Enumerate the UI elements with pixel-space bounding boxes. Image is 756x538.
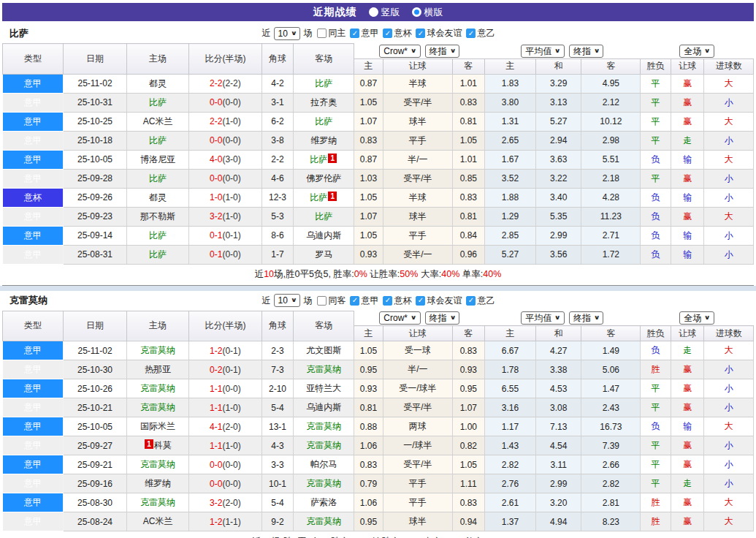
league-filter-checkbox[interactable]: ✓球会友谊 xyxy=(416,295,462,307)
section-divider xyxy=(0,286,756,291)
team-link[interactable]: 克雷莫纳 xyxy=(306,440,341,450)
result-outcome: 胜 xyxy=(641,512,671,531)
half-score: (2-0) xyxy=(222,498,240,508)
match-count-select[interactable]: 10∨ xyxy=(274,294,301,307)
avg-draw-odds: 4.54 xyxy=(536,436,581,455)
team-link[interactable]: 克雷莫纳 xyxy=(140,345,175,355)
average-odds-select[interactable]: 平均值∨ xyxy=(521,45,565,58)
match-row: 意甲25-09-14比萨0-1(0-1)8-6乌迪内斯1.05平手0.842.8… xyxy=(3,226,754,245)
scope-select-group: 全场∨ xyxy=(641,44,754,59)
match-scope-select[interactable]: 全场∨ xyxy=(679,45,714,58)
half-score: (1-0) xyxy=(222,192,240,202)
team-link[interactable]: 比萨 xyxy=(149,173,167,183)
team-link[interactable]: 克雷莫纳 xyxy=(140,383,175,393)
sub-column-header: 客 xyxy=(581,58,641,74)
match-scope-select[interactable]: 全场∨ xyxy=(679,311,714,325)
opponent-name: AC米兰 xyxy=(143,116,173,126)
result-handicap: 输 xyxy=(671,417,704,436)
league-filter-checkbox[interactable]: ✓意甲 xyxy=(350,295,378,307)
score-cell: 1-1(1-0) xyxy=(189,436,262,455)
same-venue-checkbox[interactable]: 同主 xyxy=(317,27,345,39)
team-link[interactable]: 克雷莫纳 xyxy=(140,497,175,507)
team-name: 比萨 xyxy=(9,27,28,40)
column-header: 客场 xyxy=(294,311,354,341)
competition-cell: 意甲 xyxy=(3,169,64,188)
checkbox-checked-icon: ✓ xyxy=(350,29,359,38)
checkbox-label: 同主 xyxy=(328,27,345,39)
full-score: 0-1 xyxy=(210,249,222,259)
match-count-select[interactable]: 10∨ xyxy=(274,27,301,40)
team-link[interactable]: 比萨 xyxy=(149,135,167,145)
average-odds-select[interactable]: 平均值∨ xyxy=(521,311,565,325)
avg-away-odds: 1.49 xyxy=(581,341,641,360)
league-filter-checkbox[interactable]: ✓球会友谊 xyxy=(416,27,462,39)
opponent-cell: 国际米兰 xyxy=(127,417,189,436)
date-cell: 25-09-28 xyxy=(63,169,126,188)
checkbox-checked-icon: ✓ xyxy=(350,296,359,306)
result-goals: 大 xyxy=(704,417,754,436)
result-goals: 大 xyxy=(704,341,754,360)
league-filter-checkbox[interactable]: ✓意甲 xyxy=(350,27,378,39)
team-link[interactable]: 比萨 xyxy=(315,78,332,88)
chevron-down-icon: ∨ xyxy=(411,46,417,56)
sub-column-header: 让球 xyxy=(671,58,704,74)
avg-away-odds: 1.72 xyxy=(581,245,641,264)
sub-column-header: 让球 xyxy=(383,58,452,74)
team-cell: 比萨1 xyxy=(294,188,354,207)
result-goals: 大 xyxy=(704,74,754,93)
summary-row: 近10场,胜3平5负2, 胜率:30% 让胜率:70% 大率:40% 单率:40… xyxy=(3,531,754,538)
opponent-name: 乌迪内斯 xyxy=(306,402,341,412)
league-filter-checkbox[interactable]: ✓意乙 xyxy=(466,295,495,307)
team-cell: 比萨 xyxy=(294,207,354,226)
team-link[interactable]: 比萨 xyxy=(315,211,332,221)
odds-source-select[interactable]: Crow*∨ xyxy=(379,45,420,58)
final-odds-select[interactable]: 终指∨ xyxy=(425,311,460,325)
opponent-name: 尤文图斯 xyxy=(306,345,341,355)
avg-away-odds: 2.66 xyxy=(581,455,641,474)
final-odds-select[interactable]: 终指∨ xyxy=(425,45,460,58)
odds-away: 1.05 xyxy=(453,131,485,150)
team-link[interactable]: 比萨 xyxy=(149,97,167,107)
match-row: 意甲25-10-31比萨0-0(0-0)3-1拉齐奥1.05受平/半0.833.… xyxy=(3,93,754,112)
league-filter-checkbox[interactable]: ✓意杯 xyxy=(383,27,411,39)
result-handicap: 赢 xyxy=(671,360,704,379)
team-link[interactable]: 比萨 xyxy=(149,249,167,259)
league-filter-checkbox[interactable]: ✓意乙 xyxy=(466,27,495,39)
result-outcome: 平 xyxy=(641,93,671,112)
column-header: 日期 xyxy=(63,44,126,75)
layout-option-vertical[interactable]: 竖版 xyxy=(369,6,400,19)
odds-home: 1.05 xyxy=(354,93,383,112)
layout-option-horizontal[interactable]: 横版 xyxy=(412,6,443,19)
team-link[interactable]: 克雷莫纳 xyxy=(306,421,341,431)
select-value: 终指 xyxy=(429,46,447,56)
header-row-groups: 类型日期主场比分(半场)角球客场Crow*∨终指∨平均值∨终指∨全场∨ xyxy=(3,311,754,326)
chevron-down-icon: ∨ xyxy=(704,313,711,323)
final-odds-select[interactable]: 终指∨ xyxy=(569,311,604,325)
opponent-cell: 拉齐奥 xyxy=(294,93,354,112)
team-cell: 比萨 xyxy=(294,74,354,93)
team-link[interactable]: 克雷莫纳 xyxy=(140,459,175,469)
odds-away: 0.84 xyxy=(453,226,485,245)
opponent-name: 佛罗伦萨 xyxy=(306,173,341,183)
full-score: 1-1 xyxy=(210,403,222,413)
team-link[interactable]: 克雷莫纳 xyxy=(306,478,341,488)
team-link[interactable]: 克雷莫纳 xyxy=(140,402,175,412)
date-cell: 25-09-27 xyxy=(63,436,126,455)
team-link[interactable]: 比萨 xyxy=(310,154,327,164)
half-score: (0-0) xyxy=(222,460,240,470)
team-link[interactable]: 比萨 xyxy=(315,116,332,126)
team-link[interactable]: 比萨 xyxy=(310,192,327,202)
summary-segment: 让胜率: xyxy=(367,269,400,279)
avg-away-odds: 7.39 xyxy=(581,436,641,455)
average-select-wrap: 平均值∨终指∨ xyxy=(484,45,641,58)
same-venue-checkbox[interactable]: 同客 xyxy=(317,295,345,307)
team-link[interactable]: 比萨 xyxy=(149,230,167,240)
final-odds-select[interactable]: 终指∨ xyxy=(569,45,604,58)
score-cell: 1-1(0-0) xyxy=(189,379,262,398)
team-link[interactable]: 克雷莫纳 xyxy=(306,516,341,526)
team-cell: 比萨 xyxy=(127,245,189,264)
team-link[interactable]: 克雷莫纳 xyxy=(306,364,341,374)
odds-source-select[interactable]: Crow*∨ xyxy=(379,311,420,325)
league-filter-checkbox[interactable]: ✓意杯 xyxy=(383,295,411,307)
team-section: 比萨近10∨场同主✓意甲✓意杯✓球会友谊✓意乙类型日期主场比分(半场)角球客场C… xyxy=(2,23,754,286)
